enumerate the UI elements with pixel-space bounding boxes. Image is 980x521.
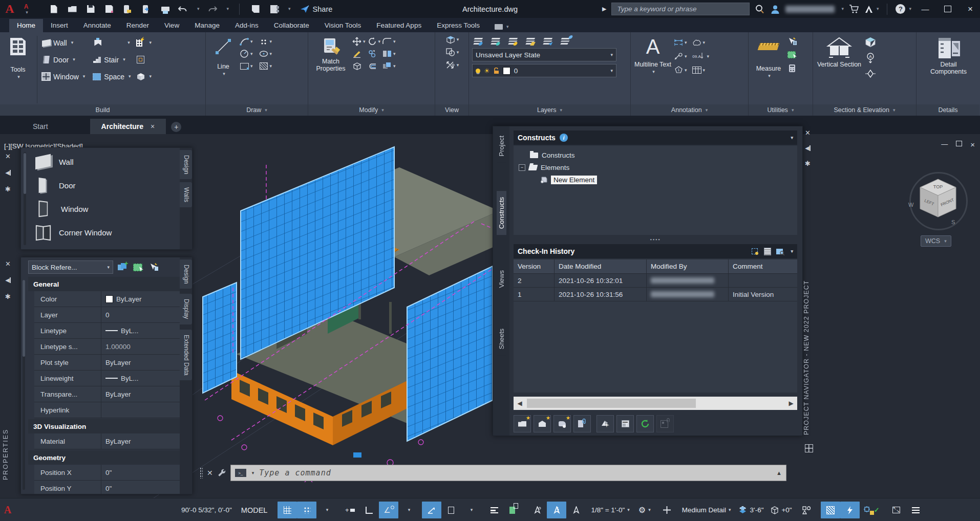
stair-tool[interactable]: Stair▾ — [92, 52, 131, 68]
scroll-right-icon[interactable]: ▶ — [785, 400, 797, 407]
share-button[interactable]: Share — [300, 5, 333, 13]
refresh-button[interactable] — [636, 415, 654, 432]
repath-button[interactable] — [656, 415, 674, 432]
attach-element-button[interactable] — [573, 415, 591, 432]
rectangle-tool[interactable]: ▾ — [240, 61, 253, 71]
object-snap-tracking-button[interactable] — [441, 502, 461, 518]
projnav-tab-project[interactable]: Project — [497, 129, 506, 162]
close-icon[interactable]: ✕ — [5, 260, 11, 268]
annotation-scale-button[interactable]: 1/8" = 1'-0"▾ — [589, 502, 631, 518]
visual-style-tool[interactable]: ▾ — [446, 48, 459, 57]
dimension-tool[interactable]: ▾ — [674, 38, 687, 47]
save-to-mobile-icon[interactable] — [122, 4, 133, 15]
layer-isolate-icon[interactable] — [560, 36, 569, 46]
circle-tool[interactable]: ▾ — [240, 49, 253, 58]
transparency-button[interactable] — [504, 502, 523, 518]
history-preview-icon[interactable] — [776, 247, 785, 255]
object-snap-button[interactable] — [547, 502, 566, 518]
ribbon-display-toggle[interactable]: ▾ — [495, 24, 509, 30]
select-objects-icon[interactable] — [133, 262, 144, 273]
projnav-tab-constructs[interactable]: Constructs — [497, 191, 506, 235]
viewcube-top-face[interactable]: TOP — [930, 183, 946, 190]
projnav-tab-views[interactable]: Views — [497, 264, 506, 294]
properties-dialog-button[interactable] — [616, 415, 634, 432]
hatch-tool[interactable]: ▾ — [259, 61, 272, 71]
projnav-tab-sheets[interactable]: Sheets — [497, 322, 506, 355]
rotate-tool[interactable]: ▾ — [368, 37, 381, 46]
palette-properties-icon[interactable]: ✱ — [5, 185, 11, 193]
model-space-button[interactable]: MODEL — [236, 502, 273, 518]
autohide-icon[interactable]: ◀ — [5, 277, 10, 284]
dynamic-input-button[interactable]: + — [340, 502, 359, 518]
point-tool[interactable]: ▾ — [259, 37, 272, 46]
structure-cell-tool[interactable] — [136, 52, 152, 68]
measure-button[interactable]: Measure ▾ — [752, 35, 785, 104]
layer-freeze-icon[interactable] — [491, 36, 500, 46]
panel-label-draw[interactable]: Draw▾ — [206, 104, 308, 116]
polar-caret[interactable]: ▾ — [398, 502, 418, 518]
help-button[interactable]: ? ▾ — [896, 4, 911, 14]
constructs-header[interactable]: Constructs i ▾ — [514, 131, 797, 145]
ribbon-tab-addins[interactable]: Add-ins — [227, 19, 266, 32]
panel-label-details[interactable]: Details — [917, 104, 979, 116]
undo-icon[interactable] — [177, 4, 188, 15]
quick-properties-button[interactable] — [840, 502, 860, 518]
scroll-left-icon[interactable]: ◀ — [514, 400, 526, 407]
layer-unlock-icon[interactable] — [494, 68, 499, 74]
panel-label-layers[interactable]: Layers▾ — [469, 104, 630, 116]
properties-scrollbar[interactable] — [23, 280, 25, 490]
etransmit-button[interactable] — [596, 415, 614, 432]
ortho-mode-button[interactable] — [359, 502, 379, 518]
array-tool[interactable]: ▾ — [382, 61, 396, 71]
new-category-button[interactable]: ★ — [514, 415, 531, 432]
property-row[interactable]: Layer0 — [34, 307, 192, 323]
property-row[interactable]: LinetypeByL... — [34, 323, 192, 339]
revision-cloud-tool[interactable]: ▾ — [692, 38, 710, 47]
palette-tab-design[interactable]: Design — [180, 150, 192, 179]
save-as-icon[interactable] — [103, 4, 115, 15]
hatch-background-button[interactable] — [821, 502, 840, 518]
panel-label-utilities[interactable]: Utilities▾ — [749, 104, 813, 116]
history-row[interactable]: 2 2021-10-26 10:32:01 — [514, 273, 797, 287]
section-callout-icon[interactable]: A — [864, 52, 877, 64]
new-drawing-tab-button[interactable]: + — [171, 122, 181, 132]
new-element-button[interactable]: ★ — [553, 415, 571, 432]
workspace-switching-button[interactable]: ⚙▾ — [635, 502, 654, 518]
snap-caret[interactable]: ▾ — [316, 502, 336, 518]
space-tool[interactable]: Space▾ — [92, 69, 131, 84]
customization-menu-button[interactable] — [906, 502, 926, 518]
select-similar-icon[interactable] — [787, 50, 797, 59]
command-input[interactable] — [258, 468, 772, 478]
close-tab-icon[interactable]: × — [151, 122, 155, 131]
properties-tab-display[interactable]: Display — [180, 294, 192, 324]
window-minimize-button[interactable]: — — [917, 0, 934, 18]
palette-tab-walls[interactable]: Walls — [180, 182, 192, 207]
command-drag-handle[interactable] — [200, 467, 203, 479]
app-menu-caret[interactable]: A▾ — [23, 4, 30, 15]
lineweight-display-button[interactable] — [484, 502, 504, 518]
panel-label-section-elevation[interactable]: Section & Elevation▾ — [813, 104, 916, 116]
tree-item-elements[interactable]: − Elements — [519, 161, 797, 173]
vp-restore-icon[interactable] — [956, 140, 962, 149]
ribbon-tab-featured-apps[interactable]: Featured Apps — [369, 19, 429, 32]
column-version[interactable]: Version — [514, 259, 555, 273]
3d-move-tool[interactable] — [352, 61, 366, 71]
autohide-icon[interactable]: ◀ — [805, 145, 810, 151]
tree-item-new-element[interactable]: New Element — [519, 173, 797, 186]
command-customize-wrench-icon[interactable] — [217, 468, 226, 477]
history-settings-icon[interactable] — [750, 247, 759, 255]
undo-caret[interactable]: ▾ — [197, 7, 200, 11]
display-configuration-button[interactable]: Medium Detail▾ — [680, 502, 733, 518]
app-menu-button[interactable]: A — [4, 4, 15, 15]
close-icon[interactable]: ✕ — [805, 129, 811, 137]
column-grid-tool[interactable]: ⚡▾ — [136, 35, 152, 51]
search-input[interactable] — [616, 5, 745, 13]
ribbon-tab-vision-tools[interactable]: Vision Tools — [317, 19, 369, 32]
polar-tracking-button[interactable]: ∠ — [379, 502, 398, 518]
info-icon[interactable]: i — [560, 134, 568, 142]
window-close-button[interactable]: × — [962, 0, 979, 18]
object-type-dropdown[interactable]: Block Refere...▾ — [28, 260, 113, 274]
ribbon-tab-view[interactable]: View — [157, 19, 187, 32]
file-tab-start[interactable]: Start — [22, 119, 59, 134]
redo-icon[interactable] — [207, 4, 218, 15]
